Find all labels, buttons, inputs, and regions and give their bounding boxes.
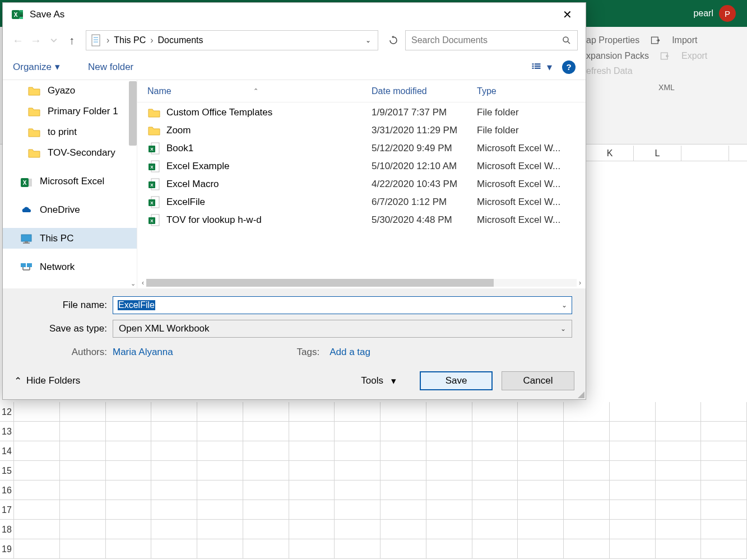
sidebar-item-gyazo[interactable]: Gyazo xyxy=(3,80,137,101)
file-name-value: ExcelFile xyxy=(118,300,155,310)
svg-rect-5 xyxy=(20,12,23,15)
file-list[interactable]: Custom Office Templates1/9/2017 7:37 PMF… xyxy=(137,102,586,277)
svg-rect-27 xyxy=(27,263,32,267)
refresh-button[interactable] xyxy=(385,30,402,50)
folder-icon xyxy=(27,127,41,138)
excel-file-icon: X xyxy=(147,213,161,227)
svg-point-12 xyxy=(563,37,568,42)
row-header[interactable]: 18 xyxy=(0,520,14,539)
user-avatar: P xyxy=(719,5,736,22)
tags-value[interactable]: Add a tag xyxy=(330,347,370,358)
toolbar: Organize ▾ New folder ▾ ? xyxy=(3,54,586,80)
sidebar-item-microsoft-excel[interactable]: XMicrosoft Excel xyxy=(3,171,137,192)
cancel-button[interactable]: Cancel xyxy=(502,371,574,390)
row-header[interactable]: 19 xyxy=(0,539,14,559)
file-row[interactable]: XExcel Example5/10/2020 12:10 AMMicrosof… xyxy=(137,157,586,175)
svg-rect-22 xyxy=(29,179,32,186)
ribbon-group-label: XML xyxy=(586,78,747,92)
ribbon-item-map-properties[interactable]: ap Properties Import xyxy=(586,32,747,48)
column-header-name[interactable]: Name⌃ xyxy=(147,86,372,96)
ribbon-item-refresh-data[interactable]: efresh Data xyxy=(586,64,747,78)
row-header[interactable]: 13 xyxy=(0,422,14,441)
svg-text:X: X xyxy=(150,165,154,170)
column-header-type[interactable]: Type xyxy=(477,86,497,96)
file-row[interactable]: XExcelFile6/7/2020 1:12 PMMicrosoft Exce… xyxy=(137,193,586,211)
save-button[interactable]: Save xyxy=(420,371,493,390)
svg-text:X: X xyxy=(150,147,154,152)
sidebar-scrollbar[interactable]: ⌄ xyxy=(127,80,137,288)
view-menu[interactable]: ▾ xyxy=(530,61,552,73)
form-area: File name: ExcelFile ⌄ Save as type: Ope… xyxy=(3,288,586,368)
file-row[interactable]: XTOV for vlookup h-w-d5/30/2020 4:48 PMM… xyxy=(137,211,586,229)
row-header[interactable]: 17 xyxy=(0,500,14,520)
up-button[interactable]: ↑ xyxy=(64,33,79,48)
ribbon-xml-group: ap Properties Import xpansion Packs Expo… xyxy=(586,27,747,92)
svg-rect-17 xyxy=(535,66,541,67)
svg-rect-26 xyxy=(21,263,26,267)
svg-rect-14 xyxy=(532,63,534,64)
resize-grip[interactable] xyxy=(577,390,584,398)
sidebar-item-this-pc[interactable]: This PC xyxy=(3,228,137,249)
save-as-type-select[interactable]: Open XML Workbook ⌄ xyxy=(113,320,572,338)
folder-icon xyxy=(27,147,41,158)
authors-value[interactable]: Maria Alyanna xyxy=(113,347,173,358)
folder-icon xyxy=(147,107,161,118)
excel-file-icon: X xyxy=(147,160,161,173)
account-button[interactable]: pearl P xyxy=(693,5,736,22)
back-button[interactable]: ← xyxy=(11,33,25,48)
hide-folders-button[interactable]: ⌃ Hide Folders xyxy=(14,375,80,387)
search-input[interactable]: Search Documents xyxy=(405,30,578,50)
sidebar-item-primary-folder-1[interactable]: Primary Folder 1 xyxy=(3,101,137,122)
file-row[interactable]: Zoom3/31/2020 11:29 PMFile folder xyxy=(137,122,586,139)
tags-label: Tags: xyxy=(297,347,330,358)
file-name-input[interactable]: ExcelFile ⌄ xyxy=(113,296,572,314)
address-history-dropdown[interactable]: ⌄ xyxy=(363,36,373,44)
file-row[interactable]: Custom Office Templates1/9/2017 7:37 PMF… xyxy=(137,104,586,122)
forward-button[interactable]: → xyxy=(29,33,43,48)
horizontal-scrollbar[interactable]: ‹ › xyxy=(137,277,586,288)
button-row: ⌃ Hide Folders Tools ▾ Save Cancel xyxy=(3,368,586,399)
ribbon-item-expansion-packs[interactable]: xpansion Packs Export xyxy=(586,48,747,64)
new-folder-button[interactable]: New folder xyxy=(88,62,133,73)
excel-file-icon: X xyxy=(147,178,161,191)
chevron-right-icon: › xyxy=(150,35,153,45)
column-header[interactable]: L xyxy=(634,146,681,161)
row-header[interactable]: 12 xyxy=(0,402,14,422)
chevron-down-icon[interactable]: ⌄ xyxy=(562,301,567,309)
column-header[interactable] xyxy=(681,146,729,161)
column-header[interactable]: K xyxy=(586,146,634,161)
search-icon xyxy=(562,35,572,45)
tools-menu[interactable]: Tools ▾ xyxy=(361,375,396,387)
row-header[interactable]: 15 xyxy=(0,461,14,480)
sidebar-item-to-print[interactable]: to print xyxy=(3,122,137,142)
sidebar-item-onedrive[interactable]: OneDrive xyxy=(3,199,137,220)
import-icon xyxy=(649,35,662,46)
search-placeholder: Search Documents xyxy=(411,35,488,45)
svg-line-13 xyxy=(568,41,570,44)
row-header[interactable]: 16 xyxy=(0,480,14,500)
sidebar-item-network[interactable]: Network xyxy=(3,256,137,277)
breadcrumb-segment[interactable]: This PC xyxy=(114,35,146,45)
file-row[interactable]: XExcel Macro4/22/2020 10:43 PMMicrosoft … xyxy=(137,175,586,193)
sidebar-item-tov-secondary[interactable]: TOV-Secondary xyxy=(3,142,137,163)
svg-text:X: X xyxy=(14,12,18,18)
excel-icon: X xyxy=(20,176,33,187)
svg-rect-4 xyxy=(20,10,23,12)
svg-rect-23 xyxy=(21,235,31,241)
address-bar[interactable]: › This PC › Documents ⌄ xyxy=(86,30,378,50)
column-header-date[interactable]: Date modified xyxy=(372,86,477,96)
dialog-titlebar: X Save As ✕ xyxy=(3,3,586,26)
breadcrumb-segment[interactable]: Documents xyxy=(158,35,203,45)
recent-dropdown[interactable] xyxy=(47,33,61,48)
sort-ascending-icon: ⌃ xyxy=(253,87,258,95)
close-button[interactable]: ✕ xyxy=(557,6,578,24)
organize-menu[interactable]: Organize ▾ xyxy=(13,61,60,73)
chevron-up-icon: ⌃ xyxy=(14,375,22,387)
authors-label: Authors: xyxy=(16,347,113,358)
file-row[interactable]: XBook15/12/2020 9:49 PMMicrosoft Excel W… xyxy=(137,139,586,157)
navigation-pane[interactable]: GyazoPrimary Folder 1to printTOV-Seconda… xyxy=(3,80,137,288)
excel-file-icon: X xyxy=(147,195,161,209)
row-header[interactable]: 14 xyxy=(0,441,14,461)
svg-text:X: X xyxy=(23,180,27,186)
help-button[interactable]: ? xyxy=(562,60,576,74)
